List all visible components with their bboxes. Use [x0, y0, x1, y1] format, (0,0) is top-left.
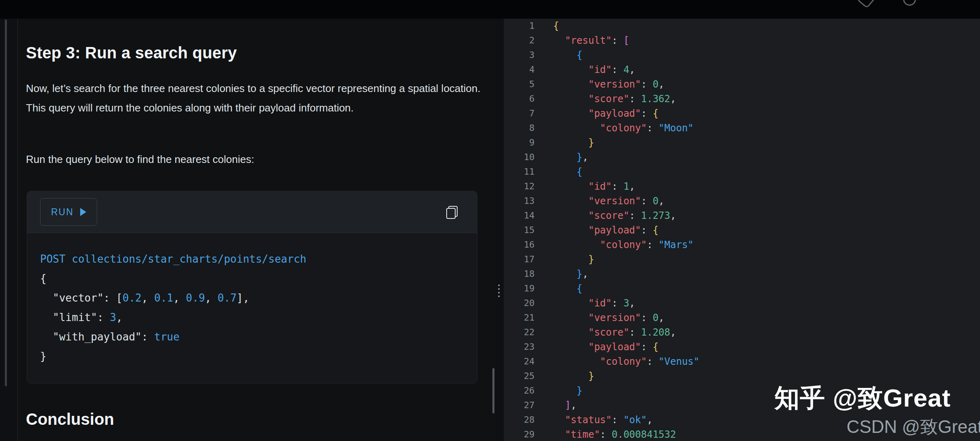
request-code-line: "vector": [0.2, 0.1, 0.9, 0.7],	[40, 288, 464, 308]
editor-line: 17 }	[504, 252, 980, 267]
query-code-block: RUN POST collections/star_charts/points/…	[27, 191, 477, 383]
pencil-icon[interactable]	[856, 0, 876, 9]
line-number: 20	[504, 296, 535, 310]
editor-line: 4 "id": 4,	[504, 62, 980, 77]
editor-line: 23 "payload": {	[504, 340, 980, 354]
editor-line: 11 {	[504, 165, 980, 179]
line-number: 22	[504, 325, 535, 340]
tutorial-panel: Step 3: Run a search query Now, let’s se…	[17, 19, 495, 441]
line-number: 4	[504, 62, 535, 77]
editor-line: 16 "colony": "Mars"	[504, 238, 980, 252]
copy-button[interactable]	[444, 204, 460, 220]
line-number: 16	[504, 238, 535, 252]
run-button[interactable]: RUN	[40, 198, 97, 226]
editor-code: 1{2 "result": [3 {4 "id": 4,5 "version":…	[504, 19, 980, 441]
editor-line: 22 "score": 1.208,	[504, 325, 980, 340]
line-number: 13	[504, 194, 535, 208]
line-number: 8	[504, 121, 535, 135]
window-scrollbar[interactable]	[5, 19, 7, 386]
screen: Step 3: Run a search query Now, let’s se…	[0, 0, 980, 441]
editor-line: 8 "colony": "Moon"	[504, 121, 980, 135]
line-number: 7	[504, 106, 535, 121]
panel-scrollbar[interactable]	[492, 368, 494, 413]
line-number: 5	[504, 77, 535, 92]
step-instruction: Run the query below to find the nearest …	[26, 150, 492, 169]
profile-icon[interactable]	[903, 0, 916, 6]
editor-line: 13 "version": 0,	[504, 194, 980, 208]
line-number: 21	[504, 310, 535, 325]
line-number: 2	[504, 33, 535, 48]
code-block-toolbar: RUN	[27, 191, 477, 233]
step-description: Now, let’s search for the three nearest …	[26, 79, 492, 118]
editor-line: 3 {	[504, 48, 980, 62]
line-number: 1	[504, 19, 535, 33]
editor-line: 7 "payload": {	[504, 106, 980, 121]
request-code-line: POST collections/star_charts/points/sear…	[40, 249, 464, 269]
editor-line: 9 }	[504, 135, 980, 150]
line-number: 10	[504, 150, 535, 165]
line-number: 15	[504, 223, 535, 238]
line-number: 19	[504, 281, 535, 296]
run-button-label: RUN	[51, 207, 74, 218]
editor-line: 24 "colony": "Venus"	[504, 354, 980, 369]
editor-line: 1{	[504, 19, 980, 33]
result-editor[interactable]: 1{2 "result": [3 {4 "id": 4,5 "version":…	[504, 19, 980, 441]
watermark-zhihu: 知乎 @致Great	[774, 381, 951, 415]
step-heading: Step 3: Run a search query	[26, 44, 237, 62]
line-number: 12	[504, 179, 535, 194]
watermark-csdn: CSDN @致Great	[846, 415, 980, 439]
line-number: 11	[504, 165, 535, 179]
request-code-line: {	[40, 269, 464, 288]
editor-line: 21 "version": 0,	[504, 310, 980, 325]
editor-line: 12 "id": 1,	[504, 179, 980, 194]
conclusion-heading: Conclusion	[26, 410, 114, 428]
line-number: 29	[504, 427, 535, 441]
line-number: 28	[504, 413, 535, 427]
editor-line: 6 "score": 1.362,	[504, 92, 980, 106]
request-code: POST collections/star_charts/points/sear…	[27, 233, 477, 383]
editor-line: 19 {	[504, 281, 980, 296]
line-number: 23	[504, 340, 535, 354]
copy-icon	[446, 206, 458, 219]
editor-line: 18 },	[504, 267, 980, 281]
line-number: 14	[504, 208, 535, 223]
editor-line: 2 "result": [	[504, 33, 980, 48]
editor-line: 14 "score": 1.273,	[504, 208, 980, 223]
line-number: 6	[504, 92, 535, 106]
editor-line: 20 "id": 3,	[504, 296, 980, 310]
panel-divider	[495, 19, 504, 441]
play-icon	[80, 208, 86, 216]
request-code-line: "with_payload": true	[40, 327, 464, 347]
line-number: 18	[504, 267, 535, 281]
drag-handle-icon[interactable]	[498, 285, 501, 299]
editor-line: 15 "payload": {	[504, 223, 980, 238]
topbar	[0, 0, 980, 19]
line-number: 24	[504, 354, 535, 369]
editor-line: 10 },	[504, 150, 980, 165]
line-number: 25	[504, 369, 535, 383]
line-number: 3	[504, 48, 535, 62]
request-code-line: }	[40, 347, 464, 366]
request-code-line: "limit": 3,	[40, 308, 464, 327]
editor-line: 5 "version": 0,	[504, 77, 980, 92]
line-number: 26	[504, 383, 535, 398]
line-number: 17	[504, 252, 535, 267]
line-number: 9	[504, 135, 535, 150]
line-number: 27	[504, 398, 535, 413]
